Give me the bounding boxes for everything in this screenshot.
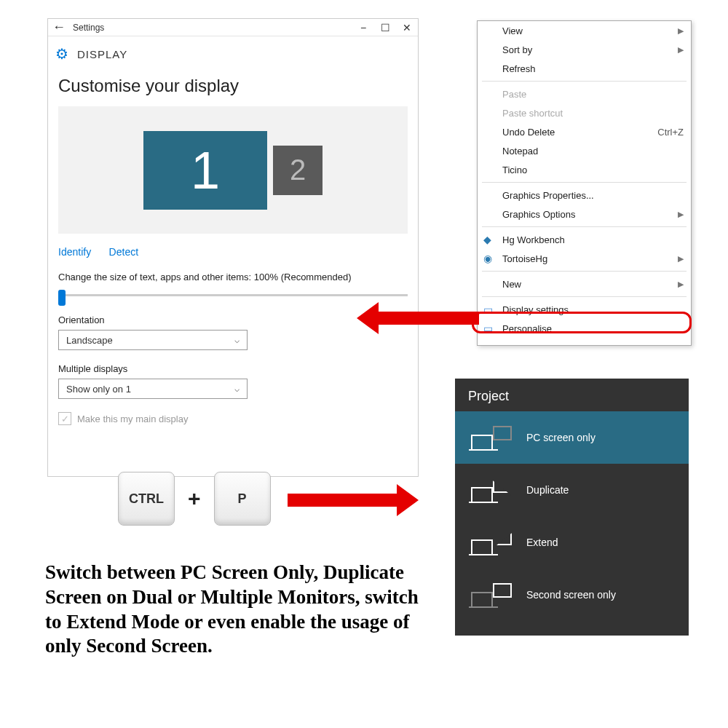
context-menu-item[interactable]: Ticino [478,160,691,179]
key-ctrl: CTRL [118,472,175,526]
main-display-label: Make this my main display [77,414,188,424]
orientation-label: Orientation [58,314,408,325]
tiny-icon-blue-icon: ◉ [483,253,492,264]
context-item-label: Ticino [502,165,527,175]
context-menu-item[interactable]: Notepad [478,141,691,160]
monitor-2[interactable]: 2 [273,146,323,195]
context-item-label: Sort by [502,44,532,55]
tiny-icon-blue-icon: ◆ [483,234,491,245]
window-title: Settings [70,23,352,33]
submenu-arrow-icon: ▶ [678,210,684,219]
context-item-label: Paste [502,89,526,100]
slider-thumb[interactable] [58,290,66,306]
page-title: DISPLAY [77,48,127,60]
submenu-arrow-icon: ▶ [678,45,684,55]
orientation-value: Landscape [66,335,113,346]
plus-icon: + [188,486,201,511]
context-menu-item[interactable]: ◉TortoiseHg▶ [478,249,691,268]
context-item-label: View [502,25,523,36]
monitor-layout[interactable]: 1 2 [58,106,408,234]
context-item-label: Undo Delete [502,127,555,138]
scale-label: Change the size of text, apps and other … [58,272,408,282]
separator [482,81,687,82]
submenu-arrow-icon: ▶ [678,254,684,264]
context-item-label: Hg Workbench [502,234,565,245]
separator [482,182,687,183]
main-display-row: ✓ Make this my main display [58,412,408,425]
caption-text: Switch between PC Screen Only, Duplicate… [45,561,424,659]
project-option-label: Extend [526,537,558,548]
context-item-label: Paste shortcut [502,108,563,119]
context-menu-item: Paste [478,84,691,103]
multiple-displays-label: Multiple displays [58,363,408,374]
context-item-label: New [502,279,521,290]
scale-slider[interactable] [58,288,408,301]
page-header: ⚙ DISPLAY [48,36,418,76]
context-item-label: Notepad [502,146,538,157]
arrow-left-icon [357,302,480,334]
project-panel: Project PC screen onlyDuplicateExtendSec… [455,379,689,636]
identify-link[interactable]: Identify [58,246,91,258]
orientation-select[interactable]: Landscape ⌵ [58,330,248,350]
submenu-arrow-icon: ▶ [678,280,684,289]
titlebar: ← Settings − ☐ ✕ [48,19,418,36]
project-option[interactable]: Extend [455,516,689,569]
maximize-button[interactable]: ☐ [374,22,396,33]
project-option-label: Second screen only [526,589,616,601]
project-mode-icon [471,426,512,449]
submenu-arrow-icon: ▶ [678,26,684,36]
chevron-down-icon: ⌵ [234,384,240,394]
separator [482,296,687,297]
chevron-down-icon: ⌵ [234,335,240,345]
keyboard-shortcut: CTRL + P [118,472,271,526]
close-button[interactable]: ✕ [396,22,418,33]
context-item-label: Graphics Properties... [502,190,594,201]
gear-icon: ⚙ [55,45,68,63]
project-mode-icon [471,531,512,554]
multiple-displays-value: Show only on 1 [66,384,131,395]
separator [482,226,687,227]
project-option-label: Duplicate [526,484,569,496]
context-menu-item[interactable]: Sort by▶ [478,40,691,59]
settings-window: ← Settings − ☐ ✕ ⚙ DISPLAY Customise you… [47,18,419,477]
back-button[interactable]: ← [48,20,70,35]
key-p: P [214,472,271,526]
context-item-label: Graphics Options [502,209,575,220]
context-menu-item[interactable]: Graphics Properties... [478,186,691,205]
project-title: Project [455,379,689,411]
slider-track [58,294,408,296]
context-item-label: Refresh [502,63,536,74]
context-menu-item[interactable]: New▶ [478,274,691,293]
context-menu: View▶Sort by▶RefreshPastePaste shortcutU… [477,20,692,346]
project-mode-icon [471,583,512,606]
arrow-right-icon [288,484,419,516]
context-menu-item[interactable]: ◆Hg Workbench [478,230,691,249]
shortcut-label: Ctrl+Z [657,127,684,138]
minimize-button[interactable]: − [352,22,374,33]
project-option[interactable]: PC screen only [455,411,689,464]
multiple-displays-select[interactable]: Show only on 1 ⌵ [58,379,248,399]
context-menu-item[interactable]: Undo DeleteCtrl+Z [478,122,691,141]
detect-link[interactable]: Detect [109,246,138,258]
context-menu-item[interactable]: Refresh [478,59,691,78]
separator [482,271,687,272]
main-display-checkbox[interactable]: ✓ [58,412,71,425]
project-option-label: PC screen only [526,432,596,443]
context-menu-item[interactable]: View▶ [478,21,691,40]
settings-body: Customise your display 1 2 Identify Dete… [48,76,418,435]
section-title: Customise your display [58,76,408,96]
monitor-1[interactable]: 1 [143,131,267,210]
context-menu-item: Paste shortcut [478,103,691,122]
context-menu-item[interactable]: Graphics Options▶ [478,205,691,223]
project-option[interactable]: Second screen only [455,569,689,621]
project-option[interactable]: Duplicate [455,464,689,516]
monitor-links: Identify Detect [58,245,408,258]
context-item-label: TortoiseHg [502,253,547,264]
project-mode-icon [471,478,512,502]
highlight-ring [472,312,692,333]
